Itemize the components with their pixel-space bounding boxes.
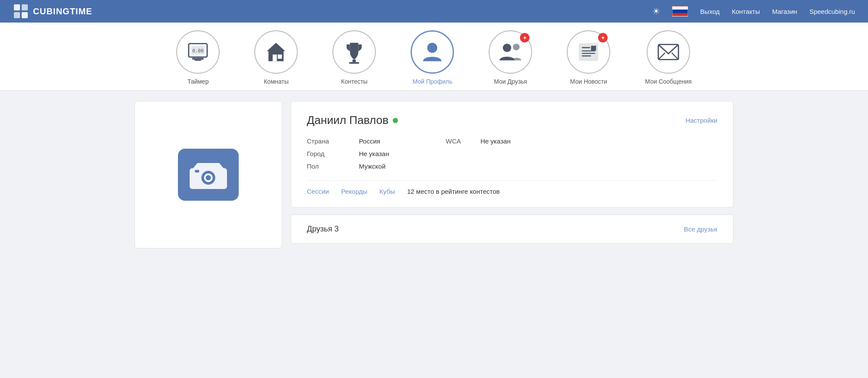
svg-rect-2 xyxy=(14,12,20,18)
svg-point-14 xyxy=(427,43,437,53)
avatar-upload[interactable] xyxy=(178,149,239,201)
nav-circle-friends: + xyxy=(489,30,532,74)
camera-icon-bg xyxy=(178,149,239,201)
city-value: Не указан xyxy=(359,150,446,157)
nav-circle-rooms xyxy=(254,30,298,74)
svg-rect-20 xyxy=(582,53,595,54)
wca-value: Не указан xyxy=(480,137,567,145)
logo[interactable]: CUBINGTIME xyxy=(13,3,92,19)
svg-rect-21 xyxy=(582,55,591,56)
records-link[interactable]: Рекорды xyxy=(341,188,367,195)
friends-title: Друзья 3 xyxy=(307,225,339,234)
svg-line-24 xyxy=(658,53,665,59)
profile-info-grid: Страна Россия WCA Не указан Город Не ука… xyxy=(307,137,717,170)
timer-icon: 0.00 xyxy=(185,39,210,65)
country-label: Страна xyxy=(307,137,359,145)
sessions-link[interactable]: Сессии xyxy=(307,188,329,195)
profile-name-block: Даниил Павлов xyxy=(307,114,398,127)
nav-label-contests: Контесты xyxy=(341,78,368,85)
nav-shop[interactable]: Магазин xyxy=(772,8,797,15)
nav-label-rooms: Комнаты xyxy=(264,78,289,85)
profile-header: Даниил Павлов Настройки xyxy=(307,114,717,127)
profile-card: Даниил Павлов Настройки Страна Россия WC… xyxy=(291,101,733,208)
contests-icon xyxy=(342,39,367,65)
nav-icons-bar: 0.00 Таймер Комнаты xyxy=(0,23,868,91)
nav-label-timer: Таймер xyxy=(187,78,209,85)
theme-toggle-icon[interactable]: ☀ xyxy=(652,6,660,16)
nav-item-profile[interactable]: Мой Профиль xyxy=(393,30,471,85)
city-label: Город xyxy=(307,150,359,157)
profile-links: Сессии Рекорды Кубы 12 место в рейтинге … xyxy=(307,180,717,195)
nav-item-friends[interactable]: + Мои Друзья xyxy=(471,30,549,85)
nav-exit[interactable]: Выход xyxy=(700,8,720,15)
nav-label-messages: Мои Сообщения xyxy=(645,78,691,85)
gender-value: Мужской xyxy=(359,163,446,170)
friends-header: Друзья 3 Все друзья xyxy=(307,225,717,234)
nav-speedcubing[interactable]: Speedcubing.ru xyxy=(809,8,855,15)
friends-card: Друзья 3 Все друзья xyxy=(291,215,733,244)
left-panel xyxy=(135,101,282,248)
svg-rect-12 xyxy=(352,59,356,62)
rank-suffix: в рейтинге контестов xyxy=(434,188,500,195)
svg-text:0.00: 0.00 xyxy=(193,48,204,54)
cubes-link[interactable]: Кубы xyxy=(379,188,395,195)
language-flag[interactable] xyxy=(672,6,688,16)
nav-circle-profile xyxy=(411,30,454,74)
nav-label-friends: Мои Друзья xyxy=(494,78,527,85)
svg-rect-29 xyxy=(195,170,199,173)
svg-rect-22 xyxy=(591,46,596,51)
nav-circle-messages xyxy=(647,30,690,74)
nav-item-timer[interactable]: 0.00 Таймер xyxy=(159,30,237,85)
rank-number: 12 место xyxy=(407,188,434,195)
svg-point-28 xyxy=(206,175,211,180)
country-value: Россия xyxy=(359,137,446,145)
news-badge: + xyxy=(598,33,608,42)
profile-name: Даниил Павлов xyxy=(307,114,388,127)
wca-label: WCA xyxy=(446,137,480,145)
nav-item-rooms[interactable]: Комнаты xyxy=(237,30,315,85)
rooms-icon xyxy=(263,39,289,65)
svg-rect-10 xyxy=(273,55,277,61)
profile-icon xyxy=(420,39,445,65)
gender-label: Пол xyxy=(307,163,359,170)
avatar-box xyxy=(135,101,282,248)
svg-point-15 xyxy=(503,44,511,52)
right-panel: Даниил Павлов Настройки Страна Россия WC… xyxy=(291,101,733,248)
svg-rect-7 xyxy=(192,58,204,60)
friends-icon xyxy=(498,39,523,65)
svg-line-25 xyxy=(672,53,678,59)
nav-circle-contests xyxy=(332,30,376,74)
camera-icon xyxy=(189,160,228,190)
main-content: Даниил Павлов Настройки Страна Россия WC… xyxy=(108,91,760,259)
top-nav: ☀ Выход Контакты Магазин Speedcubing.ru xyxy=(652,6,855,16)
nav-item-contests[interactable]: Контесты xyxy=(315,30,393,85)
nav-item-messages[interactable]: Мои Сообщения xyxy=(628,30,709,85)
logo-text: CUBINGTIME xyxy=(33,7,92,16)
svg-rect-8 xyxy=(195,59,201,61)
nav-label-news: Мои Новости xyxy=(570,78,608,85)
news-icon xyxy=(576,39,601,65)
svg-rect-11 xyxy=(278,55,282,59)
all-friends-link[interactable]: Все друзья xyxy=(684,225,717,233)
friends-badge: + xyxy=(520,33,529,42)
nav-label-profile: Мой Профиль xyxy=(412,78,452,85)
svg-rect-18 xyxy=(582,47,590,48)
nav-circle-news: + xyxy=(567,30,610,74)
online-indicator xyxy=(393,118,398,123)
settings-link[interactable]: Настройки xyxy=(685,117,717,124)
nav-circle-timer: 0.00 xyxy=(176,30,220,74)
messages-icon xyxy=(656,39,681,65)
nav-item-news[interactable]: + Мои Новости xyxy=(549,30,628,85)
header: CUBINGTIME ☀ Выход Контакты Магазин Spee… xyxy=(0,0,868,23)
svg-rect-13 xyxy=(349,62,359,64)
svg-point-16 xyxy=(513,44,519,50)
svg-rect-1 xyxy=(22,4,28,10)
profile-rank: 12 место в рейтинге контестов xyxy=(407,188,500,195)
svg-rect-3 xyxy=(22,12,28,18)
nav-contacts[interactable]: Контакты xyxy=(732,8,760,15)
svg-rect-0 xyxy=(14,4,20,10)
